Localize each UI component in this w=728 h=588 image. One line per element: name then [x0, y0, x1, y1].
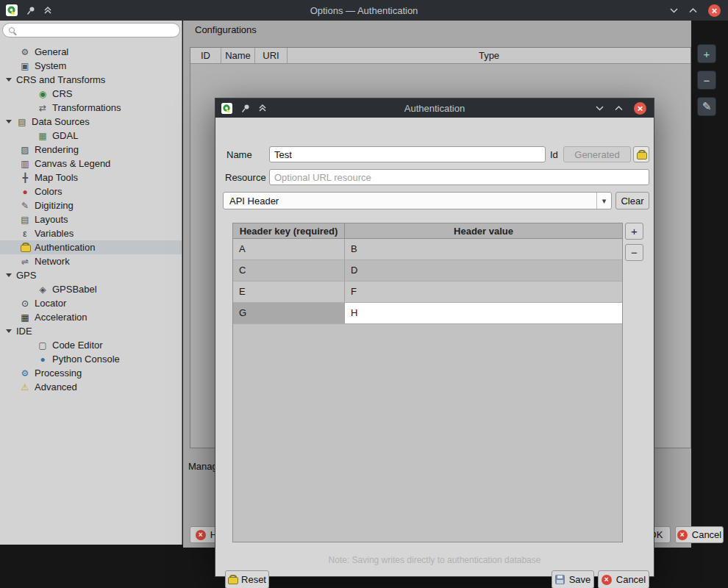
sidebar-item-digitizing[interactable]: ✎Digitizing — [0, 198, 182, 212]
sidebar-item-general[interactable]: ⚙General — [0, 45, 182, 59]
sidebar-item-layouts[interactable]: ▤Layouts — [0, 212, 182, 226]
sidebar-item-acceleration[interactable]: ▦Acceleration — [0, 310, 182, 324]
sidebar-item-label: Variables — [35, 228, 74, 239]
column-header-type[interactable]: Type — [288, 48, 690, 63]
header-key-cell[interactable]: E — [233, 282, 345, 302]
header-value-cell[interactable]: B — [345, 239, 622, 259]
id-lock-button[interactable] — [633, 146, 649, 162]
auth-header-rows: ABCDEFGH — [233, 239, 622, 324]
sidebar-item-variables[interactable]: εVariables — [0, 226, 182, 240]
column-header-key[interactable]: Header key (required) — [233, 223, 345, 239]
expand-arrow-icon[interactable] — [6, 273, 12, 277]
header-row[interactable]: GH — [233, 303, 622, 324]
maptools-icon: ╋ — [19, 172, 31, 184]
header-value-cell[interactable]: F — [345, 282, 622, 302]
header-value-cell[interactable]: H — [345, 303, 622, 323]
add-row-button[interactable]: + — [625, 223, 643, 240]
header-key-cell[interactable]: C — [233, 260, 345, 281]
header-value-cell[interactable]: D — [345, 260, 622, 281]
sidebar-item-gdal[interactable]: ▦GDAL — [0, 129, 182, 143]
sidebar-item-locator[interactable]: ⊙Locator — [0, 296, 182, 310]
save-button[interactable]: Save — [552, 570, 594, 588]
sidebar-item-rendering[interactable]: ▨Rendering — [0, 143, 182, 157]
sidebar-item-transformations[interactable]: ⇄Transformations — [0, 101, 182, 115]
chevron-up-icon[interactable] — [689, 7, 697, 13]
rendering-icon: ▨ — [19, 144, 31, 156]
save-note: Note: Saving writes directly to authenti… — [215, 555, 654, 565]
edit-configuration-button[interactable]: ✎ — [697, 97, 716, 116]
lock-icon — [637, 150, 646, 159]
globe-icon: ◉ — [37, 88, 49, 100]
chevron-down-icon[interactable] — [670, 7, 678, 13]
header-key-cell[interactable]: A — [233, 239, 345, 259]
python-icon: ● — [37, 354, 49, 365]
name-input[interactable] — [269, 146, 546, 162]
sidebar-item-crs[interactable]: ◉CRS — [0, 87, 182, 101]
header-row[interactable]: EF — [233, 282, 622, 303]
sidebar-item-label: CRS and Transforms — [16, 74, 105, 85]
qgis-logo-icon — [6, 4, 18, 16]
chevron-down-icon[interactable] — [596, 105, 604, 111]
sidebar-item-crs-and-transforms[interactable]: CRS and Transforms — [0, 73, 182, 87]
reset-button[interactable]: Reset — [225, 570, 269, 588]
sidebar-item-network[interactable]: ⇌Network — [0, 254, 182, 268]
sidebar-item-python-console[interactable]: ●Python Console — [0, 352, 182, 366]
close-icon[interactable] — [634, 102, 646, 115]
pencil-icon: ✎ — [702, 100, 712, 113]
layouts-icon: ▤ — [16, 116, 28, 128]
search-input[interactable] — [19, 25, 174, 36]
expand-arrow-icon[interactable] — [6, 78, 12, 82]
sidebar-item-label: Network — [35, 256, 70, 267]
close-icon[interactable] — [708, 4, 721, 17]
dialog-cancel-button[interactable]: Cancel — [598, 570, 649, 588]
auth-method-select[interactable]: API Header ▾ — [223, 192, 612, 209]
header-row[interactable]: CD — [233, 260, 622, 282]
remove-configuration-button[interactable]: − — [697, 71, 716, 90]
locator-icon: ⊙ — [19, 298, 31, 309]
chevron-up-icon[interactable] — [615, 105, 623, 111]
cancel-button[interactable]: Cancel — [675, 526, 724, 543]
sidebar-item-authentication[interactable]: Authentication — [0, 240, 182, 254]
transform-icon: ⇄ — [37, 102, 49, 114]
pin-icon[interactable] — [26, 6, 35, 15]
column-header-name[interactable]: Name — [221, 48, 255, 63]
processing-icon: ⚙ — [19, 368, 31, 379]
header-key-cell[interactable]: G — [233, 303, 345, 323]
sidebar-item-advanced[interactable]: ⚠Advanced — [0, 380, 182, 394]
sidebar-item-system[interactable]: ▣System — [0, 59, 182, 73]
expand-arrow-icon[interactable] — [6, 329, 12, 333]
sidebar-item-data-sources[interactable]: ▤Data Sources — [0, 115, 182, 129]
window-titlebar: Options — Authentication — [0, 0, 728, 21]
gpsbabel-icon: ◈ — [37, 284, 49, 295]
sidebar-item-map-tools[interactable]: ╋Map Tools — [0, 171, 182, 184]
search-box[interactable] — [2, 23, 180, 37]
column-header-id[interactable]: ID — [190, 48, 221, 63]
id-label: Id — [550, 149, 558, 160]
gdal-icon: ▦ — [37, 130, 49, 142]
authentication-dialog: Authentication Name Id Generated Resourc… — [215, 98, 654, 577]
shade-icon[interactable] — [258, 104, 267, 112]
sidebar-item-canvas-legend[interactable]: ▥Canvas & Legend — [0, 157, 182, 171]
column-header-value[interactable]: Header value — [345, 223, 622, 239]
sidebar-item-label: GDAL — [52, 130, 78, 141]
header-row[interactable]: AB — [233, 239, 622, 260]
resource-input[interactable] — [269, 169, 649, 185]
column-header-uri[interactable]: URI — [255, 48, 288, 63]
dialog-body: Name Id Generated Resource API Header ▾ … — [215, 118, 654, 576]
pin-icon[interactable] — [240, 104, 250, 113]
add-configuration-button[interactable]: + — [697, 44, 716, 63]
lock-icon — [228, 575, 237, 584]
shade-icon[interactable] — [43, 6, 52, 15]
remove-row-button[interactable]: − — [625, 244, 643, 261]
sidebar-item-gpsbabel[interactable]: ◈GPSBabel — [0, 282, 182, 296]
sidebar-item-colors[interactable]: ●Colors — [0, 184, 182, 198]
expand-arrow-icon[interactable] — [6, 120, 12, 123]
plus-icon: + — [704, 48, 710, 60]
sidebar-item-label: Processing — [35, 368, 82, 379]
codeeditor-icon: ▢ — [37, 340, 49, 351]
sidebar-item-gps[interactable]: GPS — [0, 268, 182, 282]
clear-button[interactable]: Clear — [615, 192, 649, 209]
sidebar-item-code-editor[interactable]: ▢Code Editor — [0, 338, 182, 352]
sidebar-item-ide[interactable]: IDE — [0, 324, 182, 338]
sidebar-item-processing[interactable]: ⚙Processing — [0, 366, 182, 380]
